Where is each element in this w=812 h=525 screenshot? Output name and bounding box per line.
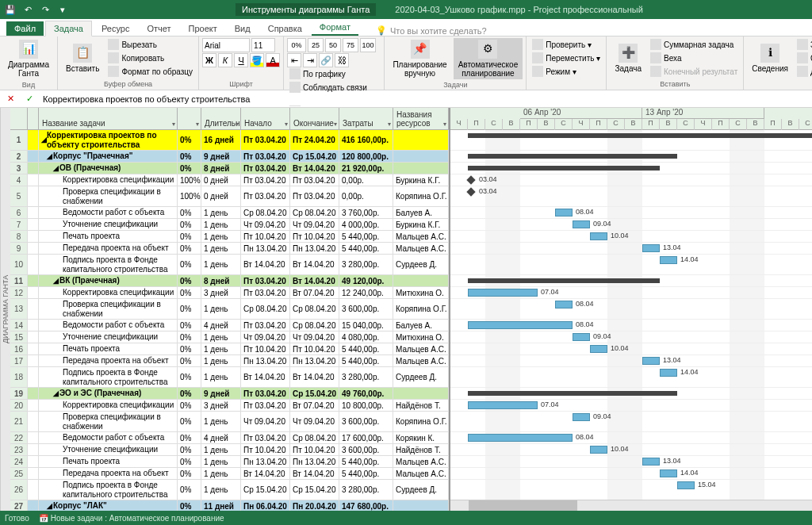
confirm-edit-icon[interactable]: ✓: [22, 92, 36, 106]
gantt-row[interactable]: [450, 151, 812, 163]
add-timeline-button[interactable]: Добавить на временную шкалу: [795, 65, 812, 78]
font-name-select[interactable]: [202, 38, 250, 52]
col-end[interactable]: Окончание▾: [290, 108, 339, 129]
table-row[interactable]: 23Уточнение спецификации0%1 деньПт 10.04…: [10, 444, 449, 456]
table-row[interactable]: 1◢Корректировка проектов по объекту стро…: [10, 130, 449, 151]
gantt-row[interactable]: 14.04: [450, 468, 812, 480]
gantt-row[interactable]: 03.04: [450, 186, 812, 207]
col-rownum[interactable]: [10, 108, 28, 129]
on-track-button[interactable]: По графику: [287, 67, 381, 80]
redo-icon[interactable]: ↷: [38, 2, 52, 17]
table-row[interactable]: 27◢Корпус "ЛАК"0%11 днейПн 06.04.20Пн 20…: [10, 500, 449, 511]
table-row[interactable]: 18Подпись проекта в Фонде капитального с…: [10, 367, 449, 388]
table-row[interactable]: 6Ведомости работ с объекта0%1 деньСр 08.…: [10, 207, 449, 219]
indent-button[interactable]: ⇥: [303, 53, 317, 67]
gantt-row[interactable]: 10.04: [450, 343, 812, 355]
tab-view[interactable]: Вид: [227, 21, 259, 36]
table-row[interactable]: 21Проверка спецификации в снабжении0%1 д…: [10, 412, 449, 432]
gantt-row[interactable]: [450, 163, 812, 174]
info-button[interactable]: ℹ Сведения: [747, 42, 793, 75]
tab-help[interactable]: Справка: [260, 21, 310, 36]
bold-button[interactable]: Ж: [202, 53, 216, 67]
table-row[interactable]: 9Передача проекта на объект0%1 деньПн 13…: [10, 243, 449, 255]
tell-me-search[interactable]: 💡 Что вы хотите сделать?: [376, 25, 487, 36]
tab-project[interactable]: Проект: [181, 21, 225, 36]
table-row[interactable]: 17Передача проекта на объект0%1 деньПн 1…: [10, 355, 449, 367]
gantt-timeline[interactable]: 06 Апр '2013 Апр '20ЧПСВПВСЧПСВПВСЧПСВПВ…: [450, 108, 812, 130]
formula-input[interactable]: [41, 93, 809, 105]
gantt-row[interactable]: 08.04: [450, 207, 812, 219]
table-row[interactable]: 13Проверка спецификации в снабжении0%1 д…: [10, 299, 449, 320]
table-row[interactable]: 20Корректировка спецификации0%3 днейПт 0…: [10, 400, 449, 412]
fill-color-button[interactable]: 🪣: [250, 53, 264, 67]
col-task-name[interactable]: Название задачи▾: [39, 108, 178, 129]
col-indicators[interactable]: [28, 108, 39, 129]
table-row[interactable]: 16Печать проекта0%1 деньПт 10.04.20Пт 10…: [10, 343, 449, 355]
gantt-row[interactable]: [450, 130, 812, 151]
gantt-body[interactable]: 03.0403.0408.0409.0410.0413.0414.0407.04…: [450, 130, 812, 511]
tab-resource[interactable]: Ресурс: [94, 21, 137, 36]
gantt-row[interactable]: [450, 388, 812, 400]
gantt-row[interactable]: 08.04: [450, 299, 812, 320]
format-painter-button[interactable]: Формат по образцу: [105, 65, 195, 78]
gantt-chart-button[interactable]: 📊 Диаграмма Ганта: [3, 38, 54, 79]
unlink-button[interactable]: ⛓: [335, 53, 349, 67]
font-color-button[interactable]: A: [266, 53, 280, 67]
gantt-row[interactable]: 09.04: [450, 219, 812, 231]
gantt-horizontal-scrollbar[interactable]: [450, 500, 812, 511]
notes-button[interactable]: Заметки задачи: [795, 38, 812, 51]
table-row[interactable]: 8Печать проекта0%1 деньПт 10.04.20Пт 10.…: [10, 231, 449, 243]
italic-button[interactable]: К: [218, 53, 232, 67]
gantt-row[interactable]: 13.04: [450, 243, 812, 255]
tab-format[interactable]: Формат: [312, 20, 358, 36]
copy-button[interactable]: Копировать: [105, 52, 195, 64]
table-row[interactable]: 10Подпись проекта в Фонде капитального с…: [10, 255, 449, 275]
gantt-row[interactable]: 08.04: [450, 432, 812, 444]
pct-0-button[interactable]: 0%: [287, 38, 306, 52]
auto-schedule-button[interactable]: ⚙ Автоматическое планирование: [454, 38, 523, 79]
col-pct[interactable]: ▾: [178, 108, 201, 129]
pct-50-button[interactable]: 50: [325, 38, 341, 52]
paste-button[interactable]: 📋 Вставить: [61, 42, 104, 75]
col-duration[interactable]: Длительн▾: [201, 108, 241, 129]
table-row[interactable]: 14Ведомости работ с объекта0%4 днейПт 03…: [10, 320, 449, 331]
table-row[interactable]: 25Передача проекта на объект0%1 деньВт 1…: [10, 468, 449, 480]
gantt-row[interactable]: 09.04: [450, 412, 812, 432]
undo-icon[interactable]: ↶: [21, 2, 35, 17]
table-row[interactable]: 4Корректировка спецификации100%0 днейПт …: [10, 174, 449, 186]
save-icon[interactable]: 💾: [3, 2, 17, 17]
gantt-row[interactable]: 14.04: [450, 367, 812, 388]
gantt-row[interactable]: 13.04: [450, 456, 812, 468]
gantt-row[interactable]: 07.04: [450, 400, 812, 412]
gantt-row[interactable]: [450, 275, 812, 287]
gantt-row[interactable]: 10.04: [450, 444, 812, 456]
table-row[interactable]: 15Уточнение спецификации0%1 деньЧт 09.04…: [10, 331, 449, 343]
table-row[interactable]: 19◢ЭО и ЭС (Прачечная)0%9 днейПт 03.04.2…: [10, 388, 449, 400]
tab-report[interactable]: Отчет: [139, 21, 178, 36]
tab-task[interactable]: Задача: [45, 21, 92, 36]
link-button[interactable]: 🔗: [319, 53, 333, 67]
table-row[interactable]: 7Уточнение спецификации0%1 деньЧт 09.04.…: [10, 219, 449, 231]
gantt-row[interactable]: 10.04: [450, 231, 812, 243]
summary-button[interactable]: Суммарная задача: [648, 38, 740, 51]
font-size-select[interactable]: [251, 38, 275, 52]
move-button[interactable]: Переместить ▾: [530, 52, 603, 64]
pct-100-button[interactable]: 100: [360, 38, 376, 52]
manual-schedule-button[interactable]: 📌 Планирование вручную: [388, 38, 451, 79]
gantt-row[interactable]: 13.04: [450, 355, 812, 367]
gantt-row[interactable]: 09.04: [450, 331, 812, 343]
task-insert-button[interactable]: ➕ Задача: [610, 42, 646, 75]
mode-button[interactable]: Режим ▾: [530, 65, 603, 78]
col-start[interactable]: Начало▾: [241, 108, 290, 129]
gantt-row[interactable]: 07.04: [450, 287, 812, 299]
outdent-button[interactable]: ⇤: [287, 53, 301, 67]
pct-25-button[interactable]: 25: [308, 38, 324, 52]
table-row[interactable]: 12Корректировка спецификации0%3 днейПт 0…: [10, 287, 449, 299]
col-cost[interactable]: Затраты▾: [339, 108, 393, 129]
details-button[interactable]: Сведения: [795, 52, 812, 64]
gantt-row[interactable]: 08.04: [450, 320, 812, 331]
col-resources[interactable]: Названия ресурсов▾: [393, 108, 449, 129]
tab-file[interactable]: Файл: [6, 21, 44, 36]
qat-dropdown-icon[interactable]: ▾: [56, 2, 70, 17]
table-row[interactable]: 2◢Корпус "Прачечная"0%9 днейПт 03.04.20С…: [10, 151, 449, 163]
